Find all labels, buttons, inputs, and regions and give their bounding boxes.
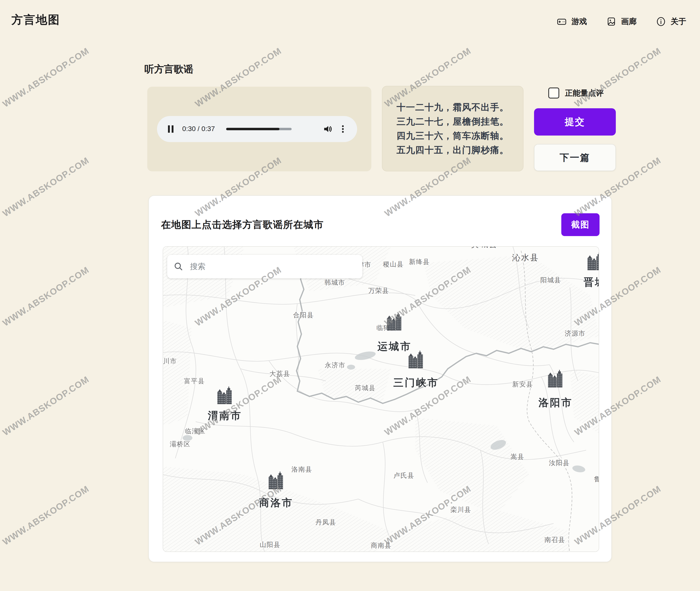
audio-time: 0:30 / 0:37	[182, 125, 215, 133]
map-city-label: 商洛市	[259, 496, 293, 509]
city-buildings-icon	[587, 252, 599, 271]
screenshot-button[interactable]: 截图	[561, 213, 600, 236]
city-buildings-icon	[268, 471, 284, 490]
pause-button[interactable]	[167, 125, 175, 133]
gamepad-icon	[557, 17, 566, 26]
audio-card: 0:30 / 0:37	[147, 87, 371, 171]
map-county-label: 芮城县	[355, 384, 376, 393]
map-instruction-title: 在地图上点击选择方言歌谣所在城市	[161, 218, 324, 231]
map-city-label: 运城市	[378, 340, 412, 353]
map-city-label: 渭南市	[208, 409, 242, 422]
map-county-label: 嵩县	[511, 453, 524, 461]
poem-line: 五九四十五，出门脚杪痛。	[397, 143, 509, 157]
map-county-label: 商南县	[371, 541, 391, 550]
nav-label-games: 游戏	[571, 16, 587, 27]
next-article-button[interactable]: 下一篇	[534, 144, 616, 171]
map-county-label: 山阳县	[260, 541, 281, 549]
watermark-text: WWW.ABSKOOP.COM	[1, 46, 91, 110]
watermark-text: WWW.ABSKOOP.COM	[1, 265, 91, 328]
map-county-label: 永济市	[325, 361, 345, 370]
watermark-text: WWW.ABSKOOP.COM	[1, 0, 91, 1]
audio-progress-fill	[226, 128, 280, 130]
positive-review-checkbox[interactable]	[548, 87, 559, 98]
nav-label-gallery: 画廊	[621, 16, 636, 27]
search-input[interactable]	[189, 262, 356, 271]
positive-review-label: 正能量点评	[565, 88, 604, 98]
map-county-label: 大荔县	[269, 370, 290, 378]
section-heading-listen: 听方言歌谣	[144, 63, 193, 76]
poem-line: 四九三十六，筒车冻断轴。	[397, 129, 509, 143]
watermark-text: WWW.ABSKOOP.COM	[193, 0, 284, 1]
audio-player: 0:30 / 0:37	[157, 116, 357, 142]
map-county-label: 济源市	[565, 329, 586, 338]
map-county-label: 合阳县	[293, 311, 314, 320]
city-buildings-icon	[548, 369, 563, 388]
map-county-label: 卢氏县	[394, 471, 414, 480]
map-county-label: 翼城县	[471, 246, 498, 250]
map-county-label: 韩城市	[324, 279, 345, 287]
nav-item-games[interactable]: 游戏	[557, 16, 587, 27]
volume-icon[interactable]	[323, 124, 333, 134]
map-city-label: 洛阳市	[539, 396, 573, 409]
search-icon	[174, 262, 183, 271]
map-county-label: 新安县	[512, 380, 533, 389]
watermark-text: WWW.ABSKOOP.COM	[573, 46, 663, 110]
map-county-label: 洛南县	[292, 465, 312, 474]
map-county-label: 川市	[163, 357, 177, 366]
watermark-text: WWW.ABSKOOP.COM	[573, 0, 663, 1]
map-county-label: 灞桥区	[170, 440, 190, 449]
nav-item-about[interactable]: 关于	[656, 16, 686, 27]
city-buildings-icon	[387, 312, 402, 331]
positive-review-row: 正能量点评	[548, 87, 604, 98]
poem-card: 十一二十九，霜风不出手。 三九二十七，屋檐倒挂笔。 四九三十六，筒车冻断轴。 五…	[382, 86, 524, 171]
page: 方言地图 游戏 画廊	[0, 0, 700, 591]
app-title: 方言地图	[11, 12, 60, 28]
map-county-label: 万荣县	[368, 287, 389, 295]
poem-line: 十一二十九，霜风不出手。	[397, 100, 509, 114]
nav-label-about: 关于	[671, 16, 686, 27]
nav-item-gallery[interactable]: 画廊	[607, 16, 636, 27]
map-search-box	[167, 255, 363, 278]
watermark-text: WWW.ABSKOOP.COM	[1, 155, 91, 219]
map-county-label: 富平县	[184, 377, 205, 386]
info-icon	[656, 17, 666, 26]
city-buildings-icon	[408, 350, 424, 369]
poem-line: 三九二十七，屋檐倒挂笔。	[397, 114, 509, 129]
map-county-label: 鲁山县	[594, 475, 599, 484]
map-county-label: 阳城县	[540, 276, 561, 285]
map-county-label: 丹凤县	[315, 518, 336, 527]
map-county-label: 稷山县	[383, 260, 404, 269]
map-county-label: 汝阳县	[549, 459, 570, 467]
map-viewport[interactable]: 沁水县翼城县晋城阳城县稷山县新绛县津市韩城市万荣县合阳县临猗县运城市永济市大荔县…	[163, 246, 599, 552]
watermark-text: WWW.ABSKOOP.COM	[383, 0, 473, 1]
watermark-text: WWW.ABSKOOP.COM	[1, 483, 91, 547]
kebab-menu-icon[interactable]	[338, 124, 347, 134]
map-county-label: 南召县	[544, 536, 565, 544]
map-city-label: 三门峡市	[393, 376, 439, 389]
map-county-label: 新绛县	[409, 258, 430, 266]
city-buildings-icon	[217, 386, 233, 405]
map-county-label: 临潼区	[185, 427, 206, 436]
map-card: 在地图上点击选择方言歌谣所在城市 截图	[148, 195, 612, 562]
map-city-label: 晋城	[584, 275, 599, 289]
map-county-label: 栾川县	[451, 506, 471, 514]
map-county-label: 沁水县	[512, 252, 539, 263]
top-nav: 游戏 画廊 关于	[557, 16, 686, 27]
submit-button[interactable]: 提交	[534, 108, 616, 136]
audio-seek-slider[interactable]	[226, 128, 292, 130]
image-icon	[607, 17, 616, 26]
watermark-text: WWW.ABSKOOP.COM	[1, 374, 91, 438]
